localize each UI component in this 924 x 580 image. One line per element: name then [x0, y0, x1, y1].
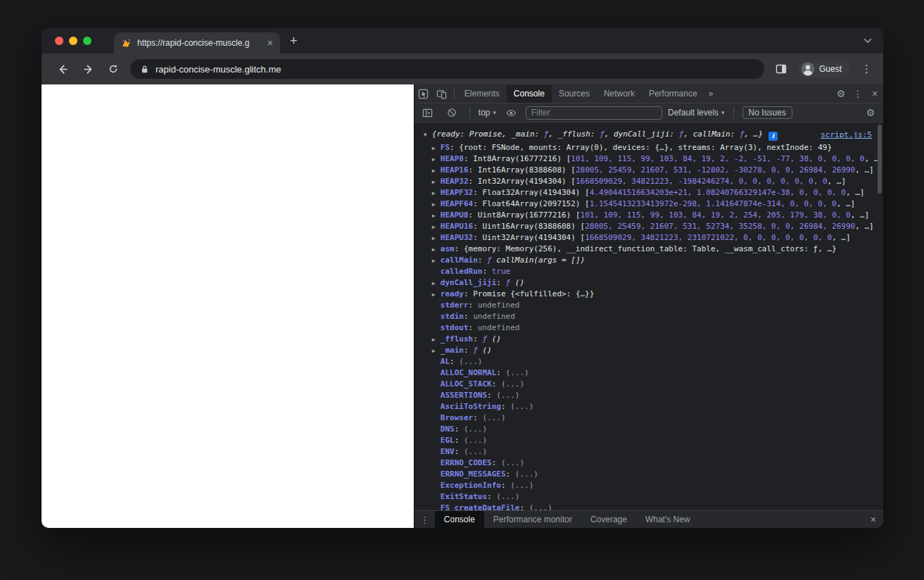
tab-performance[interactable]: Performance: [642, 84, 704, 103]
expand-triangle-icon[interactable]: ▶: [432, 256, 441, 266]
console-row[interactable]: ▶ready: Promise {<fulfilled>: {…}}: [414, 289, 883, 300]
console-row[interactable]: ALLOC_NORMAL: (...): [414, 367, 883, 379]
drawer-tab-console[interactable]: Console: [435, 511, 484, 528]
console-row[interactable]: ▶dynCall_jiji: ƒ (): [414, 277, 883, 289]
expand-triangle-icon[interactable]: ▶: [432, 188, 441, 198]
console-row[interactable]: ▶HEAPF32: Float32Array(4194304) [4.49044…: [414, 187, 883, 198]
console-token: :: [469, 301, 478, 310]
drawer-tab-whats-new[interactable]: What's New: [636, 511, 700, 528]
console-row[interactable]: ▶_fflush: ƒ (): [414, 334, 883, 345]
new-tab-button[interactable]: +: [290, 34, 298, 47]
console-row[interactable]: ▶HEAP16: Int16Array(8388608) [28005, 254…: [414, 165, 883, 176]
console-row[interactable]: Browser: (...): [414, 412, 883, 424]
console-token: (): [482, 346, 491, 355]
expand-triangle-icon[interactable]: ▶: [432, 222, 441, 232]
expand-triangle-icon[interactable]: ▼: [424, 130, 432, 141]
browser-window: https://rapid-concise-muscle.g × + rapid…: [42, 28, 883, 528]
browser-tab[interactable]: https://rapid-concise-muscle.g ×: [114, 32, 280, 53]
tab-elements[interactable]: Elements: [457, 84, 507, 103]
forward-button[interactable]: [80, 61, 96, 77]
tab-search-chevron-icon[interactable]: [863, 38, 872, 44]
minimize-window-button[interactable]: [69, 37, 77, 45]
expand-triangle-icon[interactable]: ▶: [432, 244, 441, 255]
expand-triangle-icon[interactable]: ▶: [432, 177, 441, 187]
console-row[interactable]: ▼{ready: Promise, _main: ƒ, _fflush: ƒ, …: [414, 129, 883, 142]
console-row: stdin: undefined: [414, 311, 883, 322]
expand-triangle-icon[interactable]: ▶: [432, 199, 441, 210]
console-row[interactable]: ▶HEAPU8: Uint8Array(16777216) [101, 109,…: [414, 210, 883, 221]
expand-triangle-icon[interactable]: ▶: [432, 143, 441, 153]
console-row[interactable]: ENV: (...): [414, 446, 883, 458]
console-row[interactable]: EGL: (...): [414, 435, 883, 446]
console-filter-input[interactable]: [526, 106, 662, 120]
console-row[interactable]: ▶asm: {memory: Memory(256), __indirect_f…: [414, 244, 883, 255]
devtools-close-icon[interactable]: ×: [866, 88, 883, 99]
inspect-element-icon[interactable]: [414, 84, 433, 103]
reload-button[interactable]: [105, 61, 122, 77]
source-link[interactable]: script.js:5: [821, 130, 872, 141]
drawer-close-icon[interactable]: ×: [863, 514, 883, 525]
address-bar[interactable]: rapid-concise-muscle.glitch.me: [130, 59, 764, 79]
info-badge-icon[interactable]: i: [768, 132, 778, 141]
console-row[interactable]: ▶_main: ƒ (): [414, 345, 883, 356]
more-tabs-icon[interactable]: »: [704, 89, 718, 99]
back-button[interactable]: [54, 61, 71, 77]
console-row[interactable]: ▶HEAPU32: Uint32Array(4194304) [16685090…: [414, 232, 883, 244]
expand-triangle-icon[interactable]: ▶: [432, 233, 441, 244]
log-levels-dropdown[interactable]: Default levels▾: [668, 108, 725, 118]
console-row[interactable]: AL: (...): [414, 356, 883, 367]
console-row[interactable]: ALLOC_STACK: (...): [414, 379, 883, 390]
console-settings-gear-icon[interactable]: ⚙: [862, 107, 879, 118]
no-issues-button[interactable]: No Issues: [742, 106, 792, 119]
console-row[interactable]: ExitStatus: (...): [414, 491, 883, 503]
console-row[interactable]: ▶HEAP8: Int8Array(16777216) [101, 109, 1…: [414, 153, 883, 165]
tab-console[interactable]: Console: [507, 84, 552, 103]
console-token: :: [482, 267, 491, 276]
drawer-menu-kebab-icon[interactable]: ⋮: [414, 515, 435, 525]
expand-triangle-icon[interactable]: ▶: [432, 334, 441, 345]
scrollbar-thumb[interactable]: [878, 125, 882, 194]
expand-triangle-icon[interactable]: ▶: [432, 289, 441, 300]
live-expression-eye-icon[interactable]: [502, 103, 520, 122]
console-row[interactable]: DNS: (...): [414, 424, 883, 435]
console-token: : Promise {<fulfilled>: {…}}: [464, 289, 594, 298]
fullscreen-window-button[interactable]: [83, 37, 91, 45]
tab-network[interactable]: Network: [597, 84, 642, 103]
tab-close-icon[interactable]: ×: [266, 38, 274, 48]
clear-console-icon[interactable]: [443, 103, 461, 122]
side-panel-icon[interactable]: [773, 61, 790, 77]
console-row[interactable]: ERRNO_CODES: (...): [414, 458, 883, 469]
close-window-button[interactable]: [55, 37, 63, 45]
context-selector[interactable]: top▾: [479, 108, 496, 118]
console-row[interactable]: AsciiToString: (...): [414, 401, 883, 412]
profile-button[interactable]: Guest: [798, 60, 850, 78]
console-sidebar-icon[interactable]: [419, 103, 437, 122]
console-row[interactable]: ▶callMain: ƒ callMain(args = []): [414, 255, 883, 266]
chevron-down-icon: ▾: [493, 109, 497, 116]
console-row[interactable]: ▶HEAPF64: Float64Array(2097152) [1.15454…: [414, 198, 883, 210]
console-scrollbar[interactable]: [876, 123, 883, 510]
expand-triangle-icon[interactable]: ▶: [432, 278, 441, 289]
console-token: Browser: [441, 413, 473, 422]
console-row[interactable]: ERRNO_MESSAGES: (...): [414, 469, 883, 480]
drawer-tab-coverage[interactable]: Coverage: [581, 511, 636, 528]
expand-triangle-icon[interactable]: ▶: [432, 346, 441, 356]
browser-menu-kebab-icon[interactable]: ⋮: [859, 63, 875, 75]
console-token: FS_createDataFile: [441, 503, 520, 510]
drawer-tab-performance-monitor[interactable]: Performance monitor: [484, 511, 581, 528]
expand-triangle-icon[interactable]: ▶: [432, 154, 441, 165]
console-row[interactable]: ASSERTIONS: (...): [414, 390, 883, 401]
console-row[interactable]: ▶HEAPU16: Uint16Array(8388608) [28005, 2…: [414, 221, 883, 232]
console-row[interactable]: ExceptionInfo: (...): [414, 480, 883, 491]
devtools-settings-gear-icon[interactable]: ⚙: [833, 88, 849, 99]
console-row[interactable]: FS_createDataFile: (...): [414, 503, 883, 510]
console-token: ENV: [441, 447, 455, 456]
tab-sources[interactable]: Sources: [552, 84, 597, 103]
expand-triangle-icon[interactable]: ▶: [432, 210, 441, 221]
expand-triangle-icon[interactable]: ▶: [432, 165, 441, 176]
devtools-menu-kebab-icon[interactable]: ⋮: [849, 88, 866, 99]
device-toolbar-icon[interactable]: [433, 84, 451, 103]
console-row[interactable]: ▶FS: {root: FSNode, mounts: Array(0), de…: [414, 142, 883, 153]
console-token: 1.1545413233413972e-298, 1.141647874e-31…: [590, 199, 837, 208]
console-row[interactable]: ▶HEAP32: Int32Array(4194304) [1668509029…: [414, 176, 883, 187]
